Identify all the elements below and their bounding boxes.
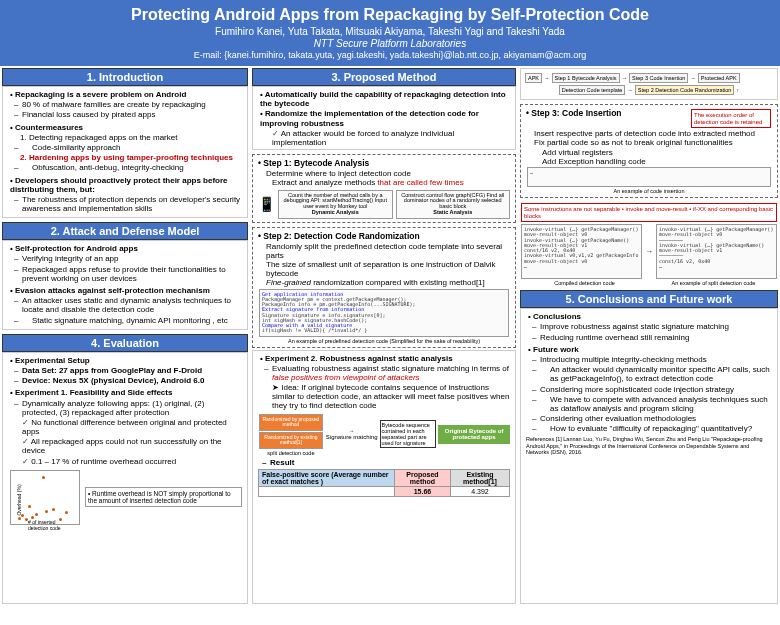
- static-analysis: Construct control flow graph(CFG) Find a…: [396, 190, 511, 219]
- flow-diagram: APK→ Step 1 Bytecode Analysis→ Step 3 Co…: [520, 68, 778, 100]
- sec5-head: 5. Conclusions and Future work: [520, 290, 778, 308]
- code-template: Get application information PackageManag…: [259, 289, 509, 337]
- title: Protecting Android Apps from Repackaging…: [4, 6, 776, 24]
- phone-icon: 📱: [258, 196, 275, 212]
- authors: Fumihiro Kanei, Yuta Takata, Mitsuaki Ak…: [4, 26, 776, 37]
- poster-header: Protecting Android Apps from Repackaging…: [0, 0, 780, 66]
- s3-l1: Automatically build the capability of re…: [260, 90, 510, 108]
- s4-e1c: All repackaged apps could not run succes…: [10, 437, 242, 455]
- step1-box: • Step 1: Bytecode Analysis Determine wh…: [252, 154, 516, 222]
- step2-box: • Step 2: Detection Code Randomization R…: [252, 227, 516, 348]
- s2-l2a: An attacker uses static and dynamic anal…: [10, 296, 242, 314]
- s4-setupA: Data Set: 27 apps from GooglePlay and F-…: [10, 366, 242, 375]
- s4-e1b: No functional difference between origina…: [10, 418, 242, 436]
- orig-bytecode: Original Bytecode of protected apps: [438, 425, 510, 444]
- code-insert: …: [527, 167, 771, 187]
- s1-l2b1: Obfuscation, anti-debug, integrity-check…: [10, 163, 242, 172]
- s3-l2: Randomize the implementation of the dete…: [260, 109, 510, 127]
- s2-l2: Evasion attacks against self-protection …: [10, 286, 242, 295]
- s4-e1a: Dynamically analyze following apps: (1) …: [10, 399, 242, 417]
- sec3-head: 3. Proposed Method: [252, 68, 516, 86]
- s1-l1: Repackaging is a severe problem on Andro…: [10, 90, 242, 99]
- lab: NTT Secure Platform Laboratories: [4, 38, 776, 49]
- s2-l1b: Repackaged apps refuse to provide their …: [10, 265, 242, 283]
- s4-e1note: • Runtime overhead is NOT simply proport…: [85, 487, 242, 507]
- scatter-plot: Overhead (%) # of inserted detection cod…: [10, 470, 80, 525]
- s1-l1b: Financial loss caused by pirated apps: [10, 110, 242, 119]
- s2-l1: Self-protection for Android apps: [10, 244, 242, 253]
- sec5-body: Conclusions Improve robustness against s…: [520, 308, 778, 604]
- compiled-code: invoke-virtual {…} getPackageManager()mo…: [521, 224, 642, 279]
- s3-l2a: An attacker would be forced to analyze i…: [260, 129, 510, 147]
- s4-e2: Experiment 2. Robustness against static …: [260, 354, 510, 363]
- s1-l3a: The robustness of protection depends on …: [10, 195, 242, 213]
- s1-l2a1: Code-similarity approach: [10, 143, 242, 152]
- sec1-head: 1. Introduction: [2, 68, 248, 86]
- sec3-top: Automatically build the capability of re…: [252, 86, 516, 150]
- step2-title: • Step 2: Detection Code Randomization: [258, 231, 510, 241]
- s1-l2: Countermeasures: [10, 123, 242, 132]
- s4-setup: Experimental Setup: [10, 356, 242, 365]
- s1-l2b: 2. Hardening apps by using tamper-proofi…: [10, 153, 242, 162]
- s1-l3: Developers should proactively protect th…: [10, 176, 242, 194]
- s1-l1a: 80 % of malware families are create by r…: [10, 100, 242, 109]
- sec4-head: 4. Evaluation: [2, 334, 248, 352]
- dyn-analysis: Count the number of method calls by a de…: [278, 190, 393, 219]
- sec4-left: Experimental Setup Data Set: 27 apps fro…: [2, 352, 248, 604]
- step3-title: • Step 3: Code Insertion: [526, 108, 622, 128]
- poster-body: 1. Introduction Repackaging is a severe …: [0, 66, 780, 606]
- sec2-head: 2. Attack and Defense Model: [2, 222, 248, 240]
- rand-existing: Randomized by existing method[1]: [259, 432, 323, 449]
- s2-l1a: Verifying integrity of an app: [10, 254, 242, 263]
- step2-extra: Some instructions are not separable • in…: [520, 202, 778, 286]
- split-code: invoke-virtual {…} getPackageManager()mo…: [656, 224, 777, 279]
- result-table: False-positive score (Average number of …: [258, 469, 510, 497]
- s4-e1: Experiment 1. Feasibility and Side effec…: [10, 388, 242, 397]
- step3-box: • Step 3: Code Insertion The execution o…: [520, 104, 778, 198]
- e2-note: Bytecode sequence contained in each sepa…: [380, 420, 437, 448]
- references: References [1] Lannan Luo, Yu Fu, Dingha…: [526, 436, 772, 454]
- step1-title: • Step 1: Bytecode Analysis: [258, 158, 510, 168]
- s2-l2a1: Static signature matching, dynamic API m…: [10, 316, 242, 325]
- sec4-right: Experiment 2. Robustness against static …: [252, 350, 516, 605]
- s4-e1d: 0.1 – 17 % of runtime overhead occurred: [10, 457, 242, 466]
- s4-setupB: Device: Nexus 5X (physical Device), Andr…: [10, 376, 242, 385]
- sec1-body: Repackaging is a severe problem on Andro…: [2, 86, 248, 218]
- sec2-body: Self-protection for Android apps Verifyi…: [2, 240, 248, 330]
- sig-match: →Signature matching: [326, 428, 378, 440]
- rand-proposed: Randomized by proposed method: [259, 414, 323, 431]
- s1-l2a: 1. Detecting repackaged apps on the mark…: [10, 133, 242, 142]
- email: E-mail: {kanei.fumihiro, takata.yuta, ya…: [4, 50, 776, 60]
